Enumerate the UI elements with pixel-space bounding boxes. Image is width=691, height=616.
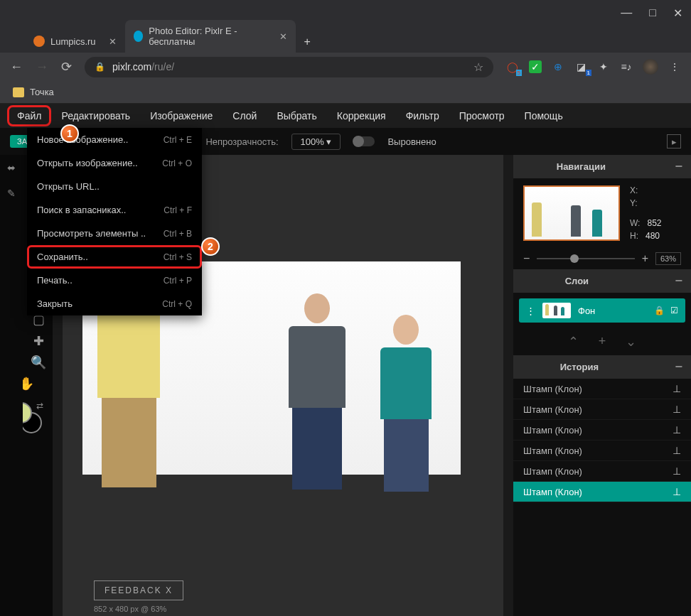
browser-menu-icon[interactable]: ⋮ (668, 60, 681, 73)
collapse-icon[interactable]: − (675, 274, 682, 288)
layers-panel-header[interactable]: Слои − (513, 269, 691, 293)
visibility-icon[interactable]: ☑ (670, 306, 678, 315)
tab-title: Lumpics.ru (50, 36, 96, 47)
zoom-out-button[interactable]: − (523, 252, 530, 265)
lock-icon[interactable]: 🔒 (654, 306, 665, 315)
history-item[interactable]: Штамп (Клон)⊥ (513, 399, 691, 420)
app-menubar: Файл Редактировать Изображение Слой Выбр… (0, 104, 691, 128)
close-window-button[interactable]: ✕ (673, 6, 682, 20)
navigator-thumbnail[interactable] (523, 185, 620, 241)
address-bar: ← → ⟳ 🔒 pixlr.com/ru/e/ ☆ ◯5 ✓ ⊕ ◪1 ✦ ≡♪… (0, 53, 691, 81)
menu-open-url[interactable]: Открыть URL.. (27, 175, 202, 198)
forward-button[interactable]: → (36, 60, 48, 75)
reload-button[interactable]: ⟳ (61, 59, 72, 75)
x-label: X: (630, 185, 638, 195)
history-item[interactable]: Штамп (Клон)⊥ (513, 420, 691, 441)
file-menu-dropdown: Новое изображение..Ctrl + E Открыть изоб… (27, 128, 202, 315)
layer-thumbnail-icon (542, 303, 571, 318)
browser-tabs: Lumpics.ru ✕ Photo Editor: Pixlr E - бес… (0, 26, 691, 53)
history-item[interactable]: Штамп (Клон)⊥ (513, 461, 691, 482)
folder-icon (13, 87, 24, 97)
collapse-icon[interactable]: − (675, 159, 682, 174)
panel-title: История (560, 362, 599, 372)
history-item[interactable]: Штамп (Клон)⊥ (513, 482, 691, 502)
menu-view[interactable]: Просмотр (449, 105, 515, 126)
h-value: 480 (646, 231, 660, 241)
menu-image[interactable]: Изображение (140, 105, 223, 126)
layer-add-button[interactable]: + (599, 334, 606, 350)
step-badge-2: 2 (201, 237, 220, 256)
y-label: Y: (630, 198, 638, 208)
expand-options-button[interactable]: ▸ (667, 134, 681, 148)
bookmarks-bar: Точка (0, 81, 691, 104)
menu-print[interactable]: Печать..Ctrl + P (27, 269, 202, 292)
extension-icon[interactable]: ◯5 (506, 60, 519, 73)
layer-up-button[interactable]: ⌃ (568, 334, 579, 350)
aligned-toggle[interactable] (353, 136, 375, 146)
panel-title: Навигации (557, 161, 606, 172)
maximize-button[interactable]: □ (649, 6, 656, 19)
feedback-button[interactable]: FEEDBACK X (94, 580, 183, 600)
h-label: H: (630, 231, 638, 241)
layer-item[interactable]: ⋮ Фон 🔒☑ (519, 298, 685, 323)
history-item[interactable]: Штамп (Клон)⊥ (513, 441, 691, 461)
menu-browse-elements[interactable]: Просмотреть элементы ..Ctrl + B (27, 222, 202, 245)
opacity-dropdown[interactable]: 100% ▾ (291, 134, 341, 150)
minimize-button[interactable]: — (621, 6, 632, 19)
reading-list-icon[interactable]: ≡♪ (620, 60, 633, 73)
new-tab-button[interactable]: + (296, 31, 319, 53)
tab-pixlr[interactable]: Photo Editor: Pixlr E - бесплатны ✕ (125, 20, 296, 53)
favicon-icon (33, 36, 45, 47)
w-value: 852 (647, 218, 661, 228)
zoom-in-button[interactable]: + (642, 252, 648, 265)
favicon-icon (134, 31, 144, 42)
nav-panel-body: X: Y: W:852 H:480 (513, 178, 691, 248)
back-button[interactable]: ← (10, 60, 23, 75)
menu-new-image[interactable]: Новое изображение..Ctrl + E (27, 128, 202, 151)
menu-save[interactable]: Сохранить..Ctrl + S (27, 245, 202, 269)
bookmark-star-icon[interactable]: ☆ (473, 60, 483, 74)
strip-icon[interactable]: ✎ (0, 180, 23, 206)
extension-icon[interactable]: ✓ (529, 60, 542, 73)
layer-ops: ⌃ + ⌄ (513, 328, 691, 355)
bookmark-item[interactable]: Точка (30, 87, 54, 97)
menu-layer[interactable]: Слой (223, 105, 267, 126)
zoom-value[interactable]: 63% (655, 252, 681, 265)
right-panels: Навигации − X: Y: W:852 H:480 − + 63% Сл… (513, 155, 691, 616)
history-panel-header[interactable]: История − (513, 355, 691, 379)
stamp-icon: ⊥ (673, 486, 681, 497)
menu-close[interactable]: ЗакрытьCtrl + Q (27, 292, 202, 315)
menu-search-stock[interactable]: Поиск в запасниках..Ctrl + F (27, 198, 202, 222)
collapse-icon[interactable]: − (675, 360, 682, 374)
zoom-slider[interactable] (537, 258, 634, 259)
window-titlebar: — □ ✕ (0, 0, 691, 26)
menu-filter[interactable]: Фильтр (396, 105, 449, 126)
w-label: W: (630, 218, 640, 228)
url-input[interactable]: 🔒 pixlr.com/ru/e/ ☆ (85, 57, 493, 77)
layer-down-button[interactable]: ⌄ (626, 334, 636, 350)
tab-lumpics[interactable]: Lumpics.ru ✕ (25, 30, 125, 53)
strip-icon[interactable]: ⬌ (0, 155, 23, 180)
menu-file[interactable]: Файл (7, 105, 51, 126)
menu-select[interactable]: Выбрать (267, 105, 326, 126)
nav-panel-header[interactable]: Навигации − (513, 155, 691, 178)
close-tab-icon[interactable]: ✕ (279, 31, 287, 42)
extension-icon[interactable]: ⊕ (552, 60, 564, 73)
swap-colors-icon[interactable]: ⇄ (36, 401, 43, 411)
menu-help[interactable]: Помощь (515, 105, 573, 126)
canvas-dimensions: 852 x 480 px @ 63% (94, 605, 166, 613)
stamp-icon: ⊥ (673, 383, 681, 394)
history-item[interactable]: Штамп (Клон)⊥ (513, 379, 691, 399)
zoom-control: − + 63% (513, 248, 691, 269)
menu-adjust[interactable]: Коррекция (327, 105, 396, 126)
extensions-menu-icon[interactable]: ✦ (597, 60, 610, 73)
menu-edit[interactable]: Редактировать (51, 105, 140, 126)
extension-icon[interactable]: ◪1 (574, 60, 587, 73)
zoom-tool-icon[interactable]: 🔍 (28, 352, 48, 372)
menu-open-image[interactable]: Открыть изображение..Ctrl + O (27, 151, 202, 175)
stamp-icon: ⊥ (673, 445, 681, 456)
heal-tool-icon[interactable]: ✚ (28, 331, 48, 351)
stamp-icon: ⊥ (673, 404, 681, 415)
close-tab-icon[interactable]: ✕ (109, 36, 117, 47)
profile-avatar[interactable] (643, 59, 658, 75)
